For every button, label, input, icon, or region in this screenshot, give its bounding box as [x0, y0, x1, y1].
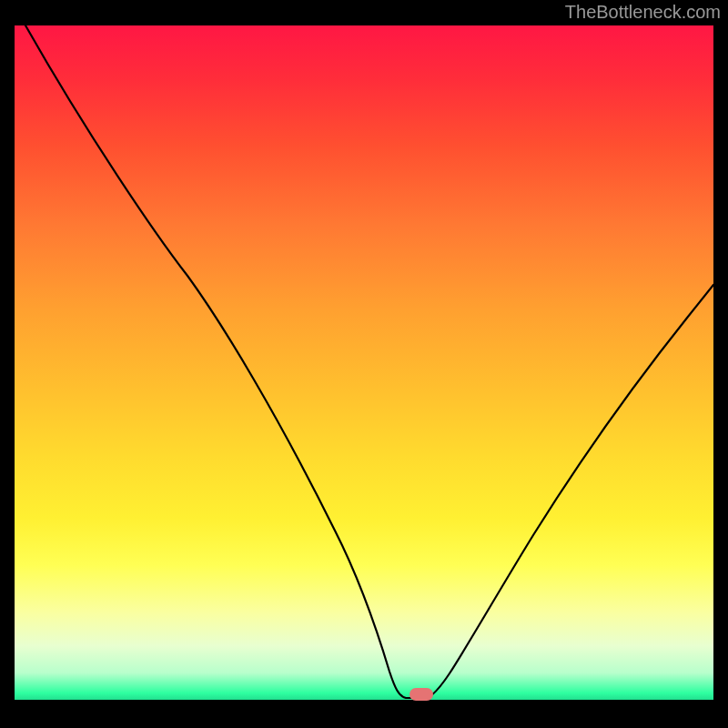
bottleneck-curve: [15, 25, 713, 700]
optimal-point-marker: [410, 688, 433, 701]
watermark-text: TheBottleneck.com: [565, 2, 721, 23]
curve-path: [25, 25, 713, 698]
chart-plot-area: [15, 25, 713, 700]
